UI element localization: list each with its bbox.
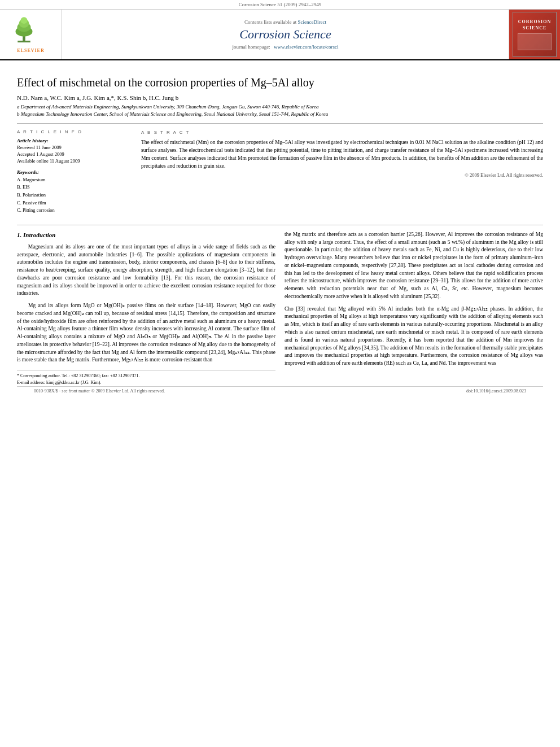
affiliation-b: b Magnesium Technology Innovation Center…	[17, 111, 543, 118]
article-info-column: A R T I C L E I N F O Article history: R…	[17, 129, 130, 219]
svg-point-6	[23, 37, 25, 40]
elsevier-logo: ELSEVIER	[0, 10, 62, 59]
intro-para-2: Mg and its alloys form MgO or Mg(OH)₂ pa…	[17, 302, 275, 364]
affiliation-a: a Department of Advanced Materials Engin…	[17, 103, 543, 111]
elsevier-label: ELSEVIER	[17, 48, 44, 53]
abstract-column: A B S T R A C T The effect of mischmetal…	[141, 129, 543, 219]
homepage-link[interactable]: www.elsevier.com/locate/corsci	[274, 44, 338, 50]
logo-box	[11, 16, 51, 47]
main-content: Effect of mischmetal on the corrosion pr…	[0, 60, 560, 407]
keyword-0: A. Magnesium	[17, 176, 130, 184]
body-columns: 1. Introduction Magnesium and its alloys…	[17, 231, 543, 386]
keyword-4: C. Pitting corrosion	[17, 207, 130, 215]
body-right-column: the Mg matrix and therefore acts as a co…	[285, 231, 543, 386]
footnote-email: E-mail address: kimjg@skku.ac.kr (J.G. K…	[17, 379, 275, 386]
divider-2	[17, 225, 543, 225]
sciencedirect-link[interactable]: ScienceDirect	[298, 19, 326, 25]
citation-line: Corrosion Science 51 (2009) 2942–2949	[0, 0, 560, 10]
received-date: Received 11 June 2009	[17, 145, 130, 151]
svg-point-5	[20, 17, 27, 24]
body-left-column: 1. Introduction Magnesium and its alloys…	[17, 231, 275, 386]
homepage-line: journal homepage: www.elsevier.com/locat…	[233, 44, 339, 50]
footer: 0010-938X/$ - see front matter © 2009 El…	[17, 386, 543, 395]
journal-title: Corrosion Science	[239, 27, 331, 42]
elsevier-tree-icon	[11, 16, 37, 44]
introduction-heading: 1. Introduction	[17, 231, 275, 240]
article-info-label: A R T I C L E I N F O	[17, 129, 130, 134]
article-info-abstract: A R T I C L E I N F O Article history: R…	[17, 129, 543, 219]
cover-title: CORROSIONSCIENCE	[518, 19, 551, 31]
keywords-list: A. Magnesium B. EIS B. Polarization C. P…	[17, 176, 130, 215]
keywords-label: Keywords:	[17, 169, 130, 175]
intro-para-1: Magnesium and its alloys are one of the …	[17, 243, 275, 298]
divider-1	[17, 123, 543, 124]
journal-cover-image: CORROSIONSCIENCE	[509, 10, 560, 59]
citation-text: Corrosion Science 51 (2009) 2942–2949	[239, 2, 321, 7]
available-date: Available online 11 August 2009	[17, 158, 130, 165]
contents-available: Contents lists available at ScienceDirec…	[244, 19, 326, 25]
history-label: Article history:	[17, 138, 130, 143]
copyright-text: © 2009 Elsevier Ltd. All rights reserved…	[141, 172, 543, 179]
footnotes: * Corresponding author. Tel.: +82 312907…	[17, 370, 275, 386]
right-para-2: Cho [33] revealed that Mg alloyed with 5…	[285, 305, 543, 368]
accepted-date: Accepted 1 August 2009	[17, 151, 130, 158]
cover-chart	[518, 33, 552, 50]
authors-line: N.D. Nam a, W.C. Kim a, J.G. Kim a,*, K.…	[17, 94, 543, 101]
affiliations: a Department of Advanced Materials Engin…	[17, 103, 543, 117]
abstract-label: A B S T R A C T	[141, 129, 543, 136]
article-title: Effect of mischmetal on the corrosion pr…	[17, 75, 543, 90]
footer-issn: 0010-938X/$ - see front matter © 2009 El…	[34, 388, 165, 394]
page-wrapper: Corrosion Science 51 (2009) 2942–2949	[0, 0, 560, 407]
journal-center: Contents lists available at ScienceDirec…	[62, 10, 509, 59]
keywords-block: Keywords: A. Magnesium B. EIS B. Polariz…	[17, 169, 130, 215]
svg-rect-1	[18, 41, 30, 42]
keyword-1: B. EIS	[17, 184, 130, 191]
keyword-2: B. Polarization	[17, 191, 130, 199]
footnote-corresponding: * Corresponding author. Tel.: +82 312907…	[17, 373, 275, 379]
history-block: Article history: Received 11 June 2009 A…	[17, 138, 130, 165]
keyword-3: C. Passive film	[17, 199, 130, 207]
journal-banner: ELSEVIER Contents lists available at Sci…	[0, 10, 560, 60]
right-para-1: the Mg matrix and therefore acts as a co…	[285, 231, 543, 301]
abstract-text: The effect of mischmetal (Mm) on the cor…	[141, 139, 543, 170]
cover-box: CORROSIONSCIENCE	[513, 12, 557, 57]
footer-doi: doi:10.1016/j.corsci.2009.08.023	[466, 388, 526, 394]
